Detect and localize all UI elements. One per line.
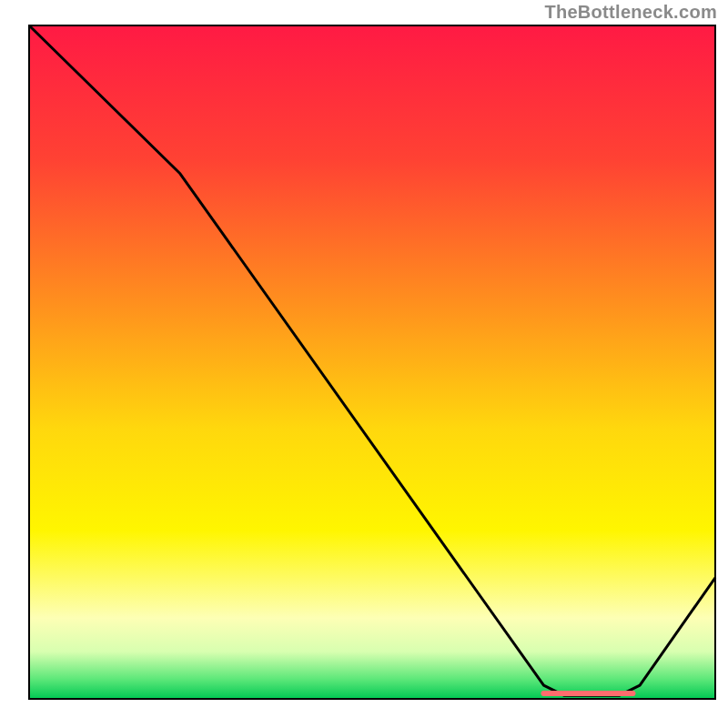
- attribution-label: TheBottleneck.com: [544, 2, 717, 23]
- chart-container: TheBottleneck.com: [0, 0, 728, 728]
- bottleneck-chart: [0, 0, 728, 728]
